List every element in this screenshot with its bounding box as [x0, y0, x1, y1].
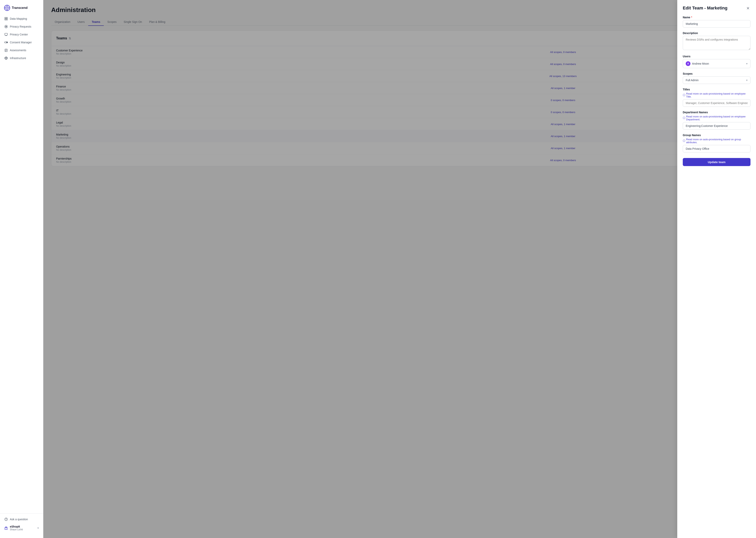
sidebar-item-data-mapping[interactable]: Data Mapping: [2, 15, 41, 23]
description-label: Description: [683, 31, 750, 35]
close-panel-button[interactable]: ✕: [745, 6, 750, 11]
required-marker: *: [691, 16, 692, 19]
modal-overlay[interactable]: [43, 0, 756, 538]
sidebar-item-label: Privacy Requests: [10, 25, 31, 28]
name-label: Name *: [683, 16, 750, 19]
team-name-input[interactable]: [683, 20, 750, 27]
sidebar-item-label: Data Mapping: [10, 17, 27, 20]
scopes-field-group: Scopes Full Admin ▾: [683, 72, 750, 84]
svg-rect-13: [5, 33, 8, 35]
scopes-value: Full Admin: [686, 79, 698, 82]
svg-rect-8: [6, 17, 8, 19]
titles-label: Titles: [683, 88, 750, 91]
app-logo[interactable]: Transcend: [0, 3, 43, 15]
sidebar-item-privacy-center[interactable]: Privacy Center: [2, 31, 41, 38]
user-name: Andrew Moon: [692, 62, 709, 65]
scopes-label: Scopes: [683, 72, 750, 75]
grid-icon: [4, 17, 8, 21]
ask-question-item[interactable]: ? Ask a question: [2, 515, 41, 523]
department-names-label: Department Names: [683, 111, 750, 114]
circle-dot-icon: [4, 25, 8, 28]
sidebar-item-label: Privacy Center: [10, 33, 28, 36]
shop-switcher[interactable]: eShopIt Shaun Lichti ▾: [2, 523, 41, 533]
group-names-field-group: Group Names ⓘ Read more on auto-provisio…: [683, 134, 750, 152]
clipboard-icon: [4, 48, 8, 52]
chevron-down-icon: ▾: [746, 62, 747, 65]
panel-title: Edit Team - Marketing: [683, 6, 728, 11]
users-field-group: Users A Andrew Moon ▾: [683, 55, 750, 68]
chevron-down-icon: ▾: [746, 79, 747, 82]
team-description-input[interactable]: [683, 36, 750, 50]
sidebar-item-privacy-requests[interactable]: Privacy Requests: [2, 23, 41, 30]
toggle-icon: [4, 40, 8, 44]
edit-team-panel: Edit Team - Marketing ✕ Name * Descripti…: [677, 0, 756, 538]
department-names-input[interactable]: [683, 122, 750, 130]
users-label: Users: [683, 55, 750, 58]
sidebar-item-infrastructure[interactable]: Infrastructure: [2, 54, 41, 62]
app-name: Transcend: [12, 6, 27, 10]
sidebar-item-consent-manager[interactable]: Consent Manager: [2, 39, 41, 46]
shop-user: Shaun Lichti: [10, 528, 23, 531]
svg-point-2: [7, 7, 8, 9]
sidebar-item-label: Assessments: [10, 49, 26, 52]
scopes-select[interactable]: Full Admin ▾: [683, 77, 750, 84]
sidebar-item-assessments[interactable]: Assessments: [2, 46, 41, 54]
department-names-link[interactable]: ⓘ Read more on auto-provisioning based o…: [683, 115, 750, 121]
group-names-label: Group Names: [683, 134, 750, 137]
shop-text: eShopIt Shaun Lichti: [10, 525, 23, 531]
name-field-group: Name *: [683, 16, 750, 27]
logo-icon: [4, 5, 10, 11]
user-select-value: A Andrew Moon: [686, 61, 709, 66]
group-names-link[interactable]: ⓘ Read more on auto-provisioning based o…: [683, 138, 750, 144]
monitor-icon: [4, 33, 8, 36]
shop-name: eShopIt: [10, 525, 23, 528]
sidebar-item-label: Infrastructure: [10, 57, 26, 60]
group-names-input[interactable]: [683, 145, 750, 152]
department-names-field-group: Department Names ⓘ Read more on auto-pro…: [683, 111, 750, 130]
svg-point-12: [6, 26, 7, 27]
svg-point-17: [7, 42, 7, 43]
description-field-group: Description: [683, 31, 750, 51]
sidebar: Transcend Data Mapping Privacy Requests …: [0, 0, 43, 538]
titles-link[interactable]: ⓘ Read more on auto-provisioning based o…: [683, 92, 750, 98]
shop-info: eShopIt Shaun Lichti: [4, 525, 23, 531]
avatar: A: [686, 61, 690, 66]
svg-rect-9: [5, 19, 6, 20]
sidebar-item-label: Consent Manager: [10, 41, 32, 44]
main-content: Administration Organization Users Teams …: [43, 0, 756, 538]
chevron-down-icon: ▾: [37, 526, 39, 529]
update-team-button[interactable]: Update team: [683, 158, 750, 166]
svg-text:?: ?: [6, 518, 7, 520]
svg-rect-7: [5, 17, 6, 19]
svg-rect-10: [6, 19, 8, 20]
panel-header: Edit Team - Marketing ✕: [683, 6, 750, 11]
users-select[interactable]: A Andrew Moon ▾: [683, 59, 750, 68]
ask-question-label: Ask a question: [10, 518, 28, 521]
sidebar-nav: Data Mapping Privacy Requests Privacy Ce…: [0, 15, 43, 513]
sidebar-bottom: ? Ask a question eShopIt Shaun Lichti ▾: [0, 513, 43, 535]
question-icon: ?: [4, 517, 8, 521]
titles-input[interactable]: [683, 99, 750, 107]
titles-field-group: Titles ⓘ Read more on auto-provisioning …: [683, 88, 750, 107]
cube-icon: [4, 56, 8, 60]
gift-icon: [4, 526, 8, 530]
